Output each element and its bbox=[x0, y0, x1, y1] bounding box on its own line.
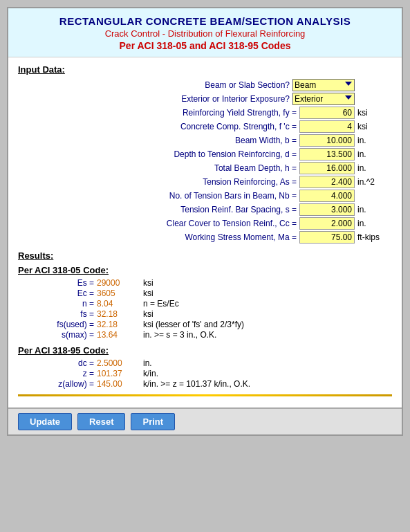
h-label: Total Beam Depth, h = bbox=[82, 163, 297, 173]
fs-used-value: 32.18 bbox=[97, 320, 142, 329]
z-unit: k/in. bbox=[143, 369, 158, 378]
fy-row: Reinforcing Yield Strength, fy = ksi bbox=[18, 107, 392, 119]
es-unit: ksi bbox=[143, 278, 153, 288]
ma-input[interactable] bbox=[299, 231, 355, 244]
s-row: Tension Reinf. Bar Spacing, s = in. bbox=[18, 203, 392, 216]
cc-unit: in. bbox=[357, 219, 392, 228]
z-allow-row: z(allow) = 145.00 k/in. >= z = 101.37 k/… bbox=[18, 379, 392, 389]
h-input[interactable] bbox=[299, 162, 355, 174]
z-value: 101.37 bbox=[97, 369, 142, 378]
smax-value: 13.64 bbox=[97, 330, 142, 340]
reset-button[interactable]: Reset bbox=[77, 413, 125, 430]
gold-divider bbox=[18, 394, 392, 396]
ma-row: Working Stress Moment, Ma = ft-kips bbox=[18, 231, 392, 244]
beam-slab-row: Beam or Slab Section? Beam Slab bbox=[18, 79, 392, 91]
aci318-95-section: Per ACI 318-95 Code: dc = 2.5000 in. z =… bbox=[18, 345, 392, 389]
dc-unit: in. bbox=[143, 358, 152, 368]
es-label: Es = bbox=[18, 278, 94, 288]
dc-value: 2.5000 bbox=[97, 358, 142, 368]
s-label: Tension Reinf. Bar Spacing, s = bbox=[82, 205, 297, 214]
subtitle2: Per ACI 318-05 and ACI 318-95 Codes bbox=[14, 40, 396, 51]
z-label: z = bbox=[18, 369, 94, 378]
es-row: Es = 29000 ksi bbox=[18, 278, 392, 288]
exposure-select[interactable]: Exterior Interior bbox=[292, 93, 355, 105]
nb-row: No. of Tension Bars in Beam, Nb = bbox=[18, 190, 392, 202]
nb-label: No. of Tension Bars in Beam, Nb = bbox=[82, 191, 297, 201]
footer-buttons: Update Reset Print bbox=[8, 407, 402, 434]
z-allow-note: k/in. >= z = 101.37 k/in., O.K. bbox=[143, 379, 250, 389]
fs-used-row: fs(used) = 32.18 ksi (lesser of 'fs' and… bbox=[18, 320, 392, 329]
ec-value: 3605 bbox=[97, 288, 142, 298]
fs-value: 32.18 bbox=[97, 309, 142, 319]
fy-unit: ksi bbox=[357, 108, 392, 118]
smax-row: s(max) = 13.64 in. >= s = 3 in., O.K. bbox=[18, 330, 392, 340]
as-label: Tension Reinforcing, As = bbox=[82, 177, 297, 187]
b-label: Beam Width, b = bbox=[82, 136, 297, 145]
d-unit: in. bbox=[357, 149, 392, 159]
exposure-label: Exterior or Interior Exposure? bbox=[75, 94, 290, 104]
beam-slab-label: Beam or Slab Section? bbox=[75, 80, 290, 90]
ma-label: Working Stress Moment, Ma = bbox=[82, 232, 297, 242]
as-input[interactable] bbox=[299, 176, 355, 188]
es-value: 29000 bbox=[97, 278, 142, 288]
ec-row: Ec = 3605 ksi bbox=[18, 288, 392, 298]
dc-label: dc = bbox=[18, 358, 94, 368]
fy-label: Reinforcing Yield Strength, fy = bbox=[82, 108, 297, 118]
content-area: Input Data: Beam or Slab Section? Beam S… bbox=[8, 57, 402, 407]
cc-row: Clear Cover to Tension Reinf., Cc = in. bbox=[18, 217, 392, 230]
input-data-label: Input Data: bbox=[18, 64, 392, 75]
subtitle1: Crack Control - Distribution of Flexural… bbox=[14, 28, 396, 39]
s-input[interactable] bbox=[299, 203, 355, 216]
beam-slab-select[interactable]: Beam Slab bbox=[292, 79, 355, 91]
nb-input[interactable] bbox=[299, 190, 355, 202]
results-label: Results: bbox=[18, 250, 392, 261]
header: RECTANGULAR CONCRETE BEAM/SECTION ANALYS… bbox=[8, 8, 402, 57]
h-unit: in. bbox=[357, 163, 392, 173]
z-row: z = 101.37 k/in. bbox=[18, 369, 392, 378]
fs-row: fs = 32.18 ksi bbox=[18, 309, 392, 319]
d-row: Depth to Tension Reinforcing, d = in. bbox=[18, 148, 392, 160]
cc-input[interactable] bbox=[299, 217, 355, 230]
d-input[interactable] bbox=[299, 148, 355, 160]
z-allow-value: 145.00 bbox=[97, 379, 142, 389]
z-allow-label: z(allow) = bbox=[18, 379, 94, 389]
n-note: n = Es/Ec bbox=[143, 299, 179, 309]
fs-used-note: ksi (lesser of 'fs' and 2/3*fy) bbox=[143, 320, 244, 329]
h-row: Total Beam Depth, h = in. bbox=[18, 162, 392, 174]
input-section: Input Data: Beam or Slab Section? Beam S… bbox=[18, 64, 392, 244]
fc-unit: ksi bbox=[357, 122, 392, 131]
dc-row: dc = 2.5000 in. bbox=[18, 358, 392, 368]
update-button[interactable]: Update bbox=[18, 413, 72, 430]
n-value: 8.04 bbox=[97, 299, 142, 309]
b-unit: in. bbox=[357, 136, 392, 145]
fc-label: Concrete Comp. Strength, f 'c = bbox=[82, 122, 297, 131]
as-row: Tension Reinforcing, As = in.^2 bbox=[18, 176, 392, 188]
main-title: RECTANGULAR CONCRETE BEAM/SECTION ANALYS… bbox=[14, 15, 396, 27]
ec-unit: ksi bbox=[143, 288, 153, 298]
s-unit: in. bbox=[357, 205, 392, 214]
d-label: Depth to Tension Reinforcing, d = bbox=[82, 149, 297, 159]
aci318-95-label: Per ACI 318-95 Code: bbox=[18, 345, 392, 356]
n-label: n = bbox=[18, 299, 94, 309]
ec-label: Ec = bbox=[18, 288, 94, 298]
fy-input[interactable] bbox=[299, 107, 355, 119]
results-section: Results: Per ACI 318-05 Code: Es = 29000… bbox=[18, 250, 392, 389]
smax-label: s(max) = bbox=[18, 330, 94, 340]
fs-label: fs = bbox=[18, 309, 94, 319]
b-row: Beam Width, b = in. bbox=[18, 134, 392, 147]
fc-row: Concrete Comp. Strength, f 'c = ksi bbox=[18, 120, 392, 133]
print-button[interactable]: Print bbox=[131, 413, 175, 430]
fc-input[interactable] bbox=[299, 120, 355, 133]
fs-unit: ksi bbox=[143, 309, 153, 319]
aci318-05-label: Per ACI 318-05 Code: bbox=[18, 265, 392, 275]
ma-unit: ft-kips bbox=[357, 232, 392, 242]
b-input[interactable] bbox=[299, 134, 355, 147]
exposure-row: Exterior or Interior Exposure? Exterior … bbox=[18, 93, 392, 105]
smax-note: in. >= s = 3 in., O.K. bbox=[143, 330, 216, 340]
as-unit: in.^2 bbox=[357, 177, 392, 187]
n-row: n = 8.04 n = Es/Ec bbox=[18, 299, 392, 309]
fs-used-label: fs(used) = bbox=[18, 320, 94, 329]
aci318-05-section: Per ACI 318-05 Code: Es = 29000 ksi Ec =… bbox=[18, 265, 392, 340]
cc-label: Clear Cover to Tension Reinf., Cc = bbox=[82, 219, 297, 228]
